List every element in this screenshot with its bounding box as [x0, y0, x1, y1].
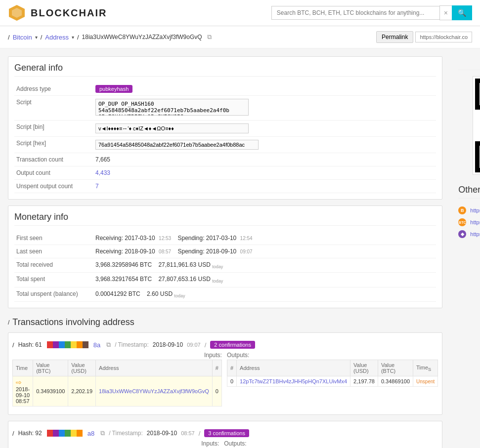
- last-seen-label: Last seen: [14, 245, 93, 258]
- total-spent-when: today: [212, 279, 223, 284]
- copy-tx2[interactable]: ⧉: [100, 429, 105, 437]
- script-textarea[interactable]: OP_DUP OP_HASH160 54a58485048a2abf22ef60…: [95, 99, 249, 116]
- tx1-out1-time: Unspent: [413, 376, 438, 387]
- total-received-values: 3,968.32958946 BTC 27,811,961.63 USD tod…: [93, 258, 436, 273]
- tx1-in1-addr: 18ia3UxWWeC8YWuYzJAZZaXvjf3fW9oGvQ: [96, 376, 213, 407]
- breadcrumb-bitcoin[interactable]: Bitcoin: [13, 34, 32, 41]
- permalink-url: https://blockchair.co: [415, 32, 472, 42]
- total-received-row: Total received 3,968.32958946 BTC 27,811…: [14, 258, 436, 273]
- tx1-in1-addr-link[interactable]: 18ia3UxWWeC8YWuYzJAZZaXvjf3fW9oGvQ: [99, 388, 209, 394]
- search-button[interactable]: 🔍: [452, 5, 472, 20]
- main-content: General info Address type pubkeyhash Scr…: [0, 48, 480, 448]
- tx1-out1-addr-link[interactable]: 12pTc7twZ2T1BHv4zJHH5pHQn7XLUivMx4: [240, 378, 347, 384]
- qr-code-image: [475, 79, 480, 172]
- col-time: Time: [13, 360, 33, 376]
- total-unspent-values: 0.00041292 BTC 2.60 USD today: [93, 287, 436, 301]
- tx1-timestamp-label: / Timestamp:: [115, 341, 149, 348]
- breadcrumb-sep1: /: [8, 34, 10, 41]
- logo-area: BLOCKCHAIR: [8, 4, 107, 22]
- total-unspent-usd: 2.60 USD: [147, 290, 173, 297]
- tx1-inputs-table: Time Value (BTC) Value (USD) Address # ⇨…: [12, 360, 222, 407]
- script-value: OP_DUP OP_HASH160 54a58485048a2abf22ef60…: [93, 96, 436, 121]
- col-time-out: TimeS: [413, 360, 438, 376]
- tx1-hash-suffix[interactable]: 8a: [93, 341, 100, 349]
- tx1-hash-label: Hash: 61: [18, 341, 42, 348]
- tx1-out1-usd: 2,197.78: [350, 376, 378, 387]
- tx2-sep2: /: [199, 430, 201, 437]
- hash2-seg4: [65, 430, 71, 437]
- hash1-seg5: [71, 341, 77, 348]
- total-spent-values: 3,968.32917654 BTC 27,807,653.16 USD tod…: [93, 273, 436, 287]
- first-seen-values: Receiving: 2017-03-10 12:53 Spending: 20…: [93, 232, 436, 245]
- total-received-usd: 27,811,961.63 USD: [158, 261, 210, 268]
- col-value-btc: Value (BTC): [33, 360, 68, 376]
- first-seen-receiving: Receiving: 2017-03-10: [95, 235, 155, 242]
- hash1-seg4: [65, 341, 71, 348]
- tx1-out1-num: 0: [227, 376, 236, 387]
- tx2-outputs-side: Outputs: # Address Value (USD) Value (BT…: [224, 440, 438, 448]
- pubkeyhash-badge: pubkeyhash: [95, 85, 132, 93]
- copy-tx1[interactable]: ⧉: [106, 341, 111, 349]
- breadcrumb-address[interactable]: Address: [45, 34, 69, 41]
- bitcoin-dropdown[interactable]: ▾: [35, 35, 38, 40]
- hash2-seg5: [71, 430, 77, 437]
- tx1-in1-icon: ⇨ 2018-09-10 08:57: [13, 376, 33, 407]
- tx1-sep: /: [12, 341, 14, 349]
- search-input[interactable]: [271, 6, 439, 20]
- first-seen-spending: Spending: 2017-03-10: [177, 235, 236, 242]
- tx1-in1-num: 0: [212, 376, 221, 407]
- address-type-row: Address type pubkeyhash: [14, 82, 436, 96]
- total-unspent-row: Total unspent (balance) 0.00041292 BTC 2…: [14, 287, 436, 301]
- address-type-value: pubkeyhash: [93, 82, 436, 96]
- col-value-usd: Value (USD): [68, 360, 96, 376]
- explorer-link-1[interactable]: https://www.blockchain.com/btc/address/1…: [470, 207, 480, 213]
- script-bin-label: Script [bin]: [14, 121, 93, 137]
- tx1-outputs-label: Outputs:: [227, 352, 438, 359]
- output-count-link[interactable]: 4,433: [95, 169, 110, 176]
- script-bin-input[interactable]: [95, 123, 249, 133]
- script-bin-value: [93, 121, 436, 137]
- general-info-section: General info Address type pubkeyhash Scr…: [8, 56, 442, 200]
- total-spent-label: Total spent: [14, 273, 93, 287]
- explorer-link-3[interactable]: https://live.blockcypher.com/btc/address…: [470, 231, 480, 237]
- tx2-hash-label: Hash: 92: [18, 430, 42, 437]
- tx1-header: / Hash: 61 8a ⧉ / Timestamp: 2018-09-: [12, 337, 438, 352]
- permalink-button[interactable]: Permalink: [376, 31, 413, 43]
- hash2-seg6: [77, 430, 83, 437]
- unspent-output-link[interactable]: 7: [95, 183, 99, 190]
- explorer-item-3: ◆ https://live.blockcypher.com/btc/addre…: [458, 228, 480, 240]
- other-explorers-title: Other blockchain explorers: [458, 185, 480, 199]
- address-dropdown[interactable]: ▾: [72, 35, 74, 40]
- script-hex-input[interactable]: [95, 140, 259, 150]
- copy-icon[interactable]: ⧉: [207, 33, 212, 41]
- tx1-timestamp-date: 2018-09-10: [153, 341, 183, 348]
- breadcrumb: / Bitcoin ▾ / Address ▾ / 18ia3UxWWeC8YW…: [0, 26, 480, 48]
- explorer-link-2[interactable]: https://btc.com/18ia3UxWWeC8YWuYzJAZZa..…: [470, 219, 480, 225]
- last-seen-row: Last seen Receiving: 2018-09-10 08:57 Sp…: [14, 245, 436, 258]
- qr-placeholder: [473, 76, 480, 175]
- general-info-title: General info: [14, 63, 436, 77]
- col-num-out: #: [227, 360, 236, 376]
- hash1-seg7: [83, 341, 88, 348]
- last-seen-receiving: Receiving: 2018-09-10: [95, 248, 155, 255]
- tx1-inputs-label: Inputs:: [12, 352, 222, 359]
- tx1-outputs-table: # Address Value (USD) Value (BTC) TimeS …: [227, 360, 438, 387]
- total-spent-usd: 27,807,653.16 USD: [158, 276, 210, 283]
- col-address: Address: [96, 360, 213, 376]
- transactions-sep: /: [8, 319, 9, 326]
- tx1-out1-btc: 0.34869100: [378, 376, 413, 387]
- svg-rect-9: [475, 141, 480, 172]
- unspent-tag: Unspent: [416, 379, 435, 384]
- unspent-output-value: 7: [93, 180, 436, 193]
- tx1-in1-usd: 2,202.19: [68, 376, 96, 407]
- total-unspent-label: Total unspent (balance): [14, 287, 93, 301]
- tx2-hash-suffix[interactable]: a8: [87, 430, 94, 437]
- output-count-value: 4,433: [93, 166, 436, 180]
- monetary-info-title: Monetary info: [14, 212, 436, 226]
- permalink-area: Permalink https://blockchair.co: [376, 31, 472, 43]
- tx1-inputs-header: Time Value (BTC) Value (USD) Address #: [13, 360, 222, 376]
- total-received-when: today: [212, 264, 223, 269]
- search-clear-button[interactable]: ×: [439, 5, 452, 20]
- output-count-label: Output count: [14, 166, 93, 180]
- unspent-output-row: Unspent output count 7: [14, 180, 436, 193]
